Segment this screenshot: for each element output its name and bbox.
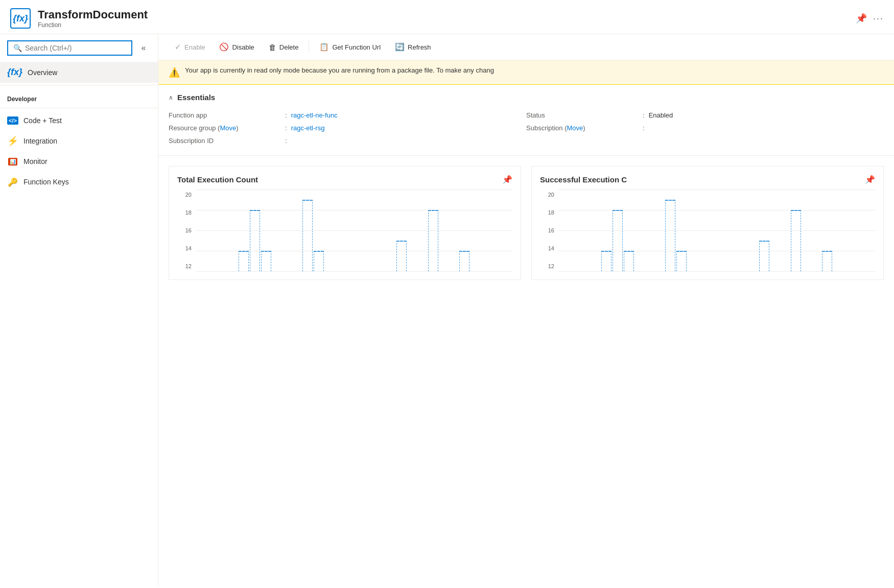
search-input[interactable] — [25, 44, 126, 52]
monitor-icon-inner: 📊 — [8, 158, 17, 166]
nav-divider-developer — [0, 108, 158, 108]
chart-bar — [624, 251, 634, 271]
get-function-url-label: Get Function Url — [332, 43, 381, 51]
monitor-icon: 📊 — [7, 156, 18, 167]
refresh-icon: 🔄 — [395, 42, 405, 52]
chart-bar — [250, 210, 260, 271]
enable-icon: ✓ — [175, 42, 181, 52]
delete-button[interactable]: 🗑 Delete — [263, 40, 305, 55]
code-test-icon: </> — [7, 115, 18, 126]
main-layout: 🔍 « {fx} Overview Developer </> Code + T… — [0, 34, 894, 585]
essentials-row-subscription-id: Subscription ID : — [169, 134, 526, 147]
essentials-header[interactable]: ∧ Essentials — [169, 93, 884, 102]
enable-label: Enable — [184, 43, 205, 51]
overview-label: Overview — [28, 68, 57, 77]
integration-label: Integration — [23, 137, 57, 145]
function-icon-text: {fx} — [13, 13, 28, 24]
essentials-title: Essentials — [177, 93, 215, 102]
sidebar-item-monitor[interactable]: 📊 Monitor — [0, 151, 158, 172]
sidebar-item-integration[interactable]: ⚡ Integration — [0, 131, 158, 151]
more-options-icon[interactable]: ··· — [873, 13, 884, 24]
page-subtitle: Function — [38, 21, 848, 29]
function-keys-icon: 🔑 — [7, 176, 18, 187]
code-test-label: Code + Test — [23, 116, 62, 125]
disable-button[interactable]: 🚫 Disable — [213, 39, 260, 55]
chart-title-total: Total Execution Count — [177, 175, 258, 184]
page-header: {fx} TransformDocument Function 📌 ··· — [0, 0, 894, 34]
sidebar-item-function-keys[interactable]: 🔑 Function Keys — [0, 172, 158, 192]
essentials-chevron-icon: ∧ — [169, 94, 173, 101]
sidebar-item-overview[interactable]: {fx} Overview — [0, 62, 158, 83]
chart-bar — [302, 200, 313, 271]
essentials-sep-subscription: : — [643, 124, 645, 132]
delete-icon: 🗑 — [269, 43, 276, 52]
integration-icon: ⚡ — [7, 135, 18, 147]
chart-bar — [239, 251, 249, 271]
copy-icon: 📋 — [319, 42, 329, 52]
charts-area: Total Execution Count 📌 20 18 16 14 12 — [158, 156, 894, 290]
disable-label: Disable — [232, 43, 254, 51]
header-actions: 📌 ··· — [856, 13, 884, 24]
chart-bar — [601, 251, 611, 271]
essentials-val-resource-group[interactable]: ragc-etl-rsg — [291, 124, 325, 132]
essentials-key-subscription: Subscription (Move) — [526, 124, 639, 132]
collapse-sidebar-button[interactable]: « — [136, 41, 151, 55]
y-label-14: 14 — [177, 245, 192, 251]
lightning-icon: ⚡ — [7, 135, 18, 147]
warning-icon: ⚠️ — [169, 67, 180, 78]
sidebar-item-code-test[interactable]: </> Code + Test — [0, 110, 158, 131]
code-icon: </> — [7, 116, 18, 125]
chart-bar — [822, 251, 832, 271]
essentials-sep-resource-group: : — [285, 124, 287, 132]
chart-header-total: Total Execution Count 📌 — [177, 175, 512, 184]
chart-bar — [396, 241, 407, 271]
essentials-row-status: Status : Enabled — [526, 109, 884, 122]
chart-bar — [428, 210, 438, 271]
chart-pin-total[interactable]: 📌 — [502, 175, 512, 184]
disable-icon: 🚫 — [219, 42, 229, 52]
resource-group-move-link[interactable]: Move — [220, 124, 236, 132]
chart-y-labels-total: 20 18 16 14 12 — [177, 190, 192, 271]
grid-line-12 — [196, 271, 512, 272]
successful-execution-count-card: Successful Execution C 📌 20 18 16 14 12 — [531, 166, 884, 280]
essentials-section: ∧ Essentials Function app : ragc-etl-ne-… — [158, 85, 894, 156]
essentials-sep-function-app: : — [285, 111, 287, 119]
chart-bar — [261, 251, 271, 271]
chart-bars-total — [196, 190, 512, 271]
search-box[interactable]: 🔍 — [7, 40, 132, 56]
essentials-row-function-app: Function app : ragc-etl-ne-func — [169, 109, 526, 122]
essentials-sep-status: : — [643, 111, 645, 119]
chart-body-total: 20 18 16 14 12 — [177, 190, 512, 271]
get-function-url-button[interactable]: 📋 Get Function Url — [313, 39, 387, 55]
chart-plot-total — [196, 190, 512, 271]
developer-section-label: Developer — [0, 87, 158, 106]
pin-icon[interactable]: 📌 — [856, 13, 867, 24]
toolbar-divider — [309, 41, 309, 53]
overview-icon: {fx} — [7, 67, 22, 78]
essentials-val-status: Enabled — [649, 111, 673, 119]
chart-bar — [613, 210, 623, 271]
essentials-key-function-app: Function app — [169, 111, 281, 119]
header-title-group: TransformDocument Function — [38, 8, 848, 29]
essentials-key-subscription-id: Subscription ID — [169, 137, 281, 145]
essentials-val-function-app[interactable]: ragc-etl-ne-func — [291, 111, 338, 119]
key-icon: 🔑 — [8, 177, 18, 187]
chart-pin-successful[interactable]: 📌 — [865, 175, 875, 184]
chart-bar — [791, 210, 801, 271]
enable-button[interactable]: ✓ Enable — [169, 39, 211, 55]
essentials-row-subscription: Subscription (Move) : — [526, 122, 884, 134]
essentials-sep-subscription-id: : — [285, 137, 287, 145]
chart-bar — [314, 251, 324, 271]
chart-body-successful: 20 18 16 14 12 — [540, 190, 875, 271]
y-label-16: 16 — [177, 227, 192, 233]
s-y-label-12: 12 — [540, 263, 554, 269]
function-icon: {fx} — [10, 8, 31, 29]
s-y-label-20: 20 — [540, 192, 554, 198]
subscription-move-link[interactable]: Move — [567, 124, 583, 132]
chart-bar — [759, 241, 769, 271]
refresh-label: Refresh — [408, 43, 431, 51]
search-icon: 🔍 — [13, 44, 22, 52]
chart-title-successful: Successful Execution C — [540, 175, 627, 184]
s-y-label-16: 16 — [540, 227, 554, 233]
refresh-button[interactable]: 🔄 Refresh — [389, 39, 437, 55]
